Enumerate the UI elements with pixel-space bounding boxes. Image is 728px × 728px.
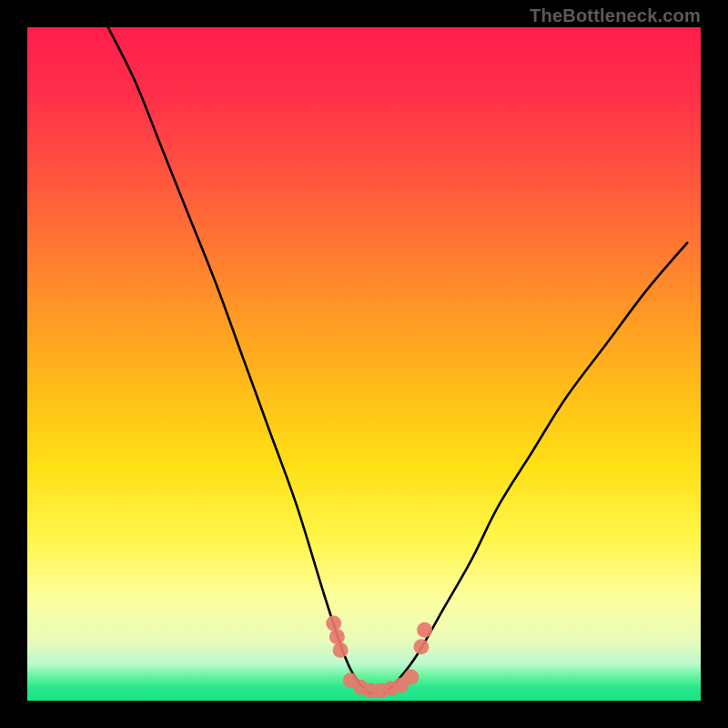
data-marker xyxy=(417,622,432,638)
curve-left xyxy=(108,27,371,694)
data-marker xyxy=(326,615,341,631)
chart-frame: TheBottleneck.com xyxy=(0,0,728,728)
data-marker xyxy=(329,629,345,644)
curve-layer xyxy=(27,27,701,701)
data-marker xyxy=(413,639,429,654)
data-marker xyxy=(333,642,349,658)
plot-area xyxy=(27,27,701,701)
watermark-text: TheBottleneck.com xyxy=(530,5,701,26)
data-marker xyxy=(403,670,419,685)
